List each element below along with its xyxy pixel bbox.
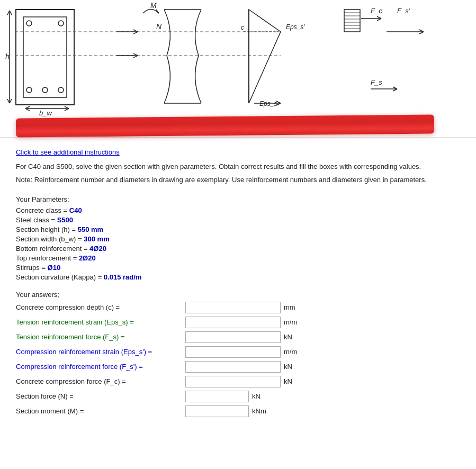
answer-row-eps-s-prime: Compression reinforcement strain (Eps_s'… xyxy=(16,346,460,358)
content-area: Click to see additional instructions For… xyxy=(0,138,476,436)
param-concrete-class: Concrete class = C40 xyxy=(16,206,460,214)
answer-row-m: Section moment (M) = kNm xyxy=(16,405,460,417)
answer-input-eps-s[interactable] xyxy=(185,317,281,328)
answer-unit-fs-prime: kN xyxy=(284,363,292,371)
param-steel-class-value: S500 xyxy=(57,216,73,224)
param-height-value: 550 mm xyxy=(78,226,103,233)
M-label: M xyxy=(150,1,157,10)
parameters-title: Your Parameters; xyxy=(16,195,460,203)
param-width-value: 300 mm xyxy=(84,235,109,243)
param-concrete-class-label: Concrete class = xyxy=(16,206,69,214)
param-height-label: Section height (h) = xyxy=(16,226,78,233)
page-wrapper: h b_w M xyxy=(0,0,476,469)
svg-point-15 xyxy=(58,87,64,93)
F-c-label: F_c xyxy=(371,7,382,15)
answer-label-eps-s: Tension reinforcement strain (Eps_s) = xyxy=(16,318,185,326)
param-section-width: Section width (b_w) = 300 mm xyxy=(16,235,460,243)
answer-unit-c: mm xyxy=(284,303,295,311)
param-top-value: 2Ø20 xyxy=(79,254,96,262)
answers-section: Your answers; Concrete compression depth… xyxy=(16,291,460,417)
answer-row-c: Concrete compression depth (c) = mm xyxy=(16,302,460,313)
answer-input-c[interactable] xyxy=(185,302,281,313)
F-s-label: F_s xyxy=(371,78,382,86)
param-kappa: Section curvature (Kappa) = 0.015 rad/m xyxy=(16,273,460,281)
answer-unit-m: kNm xyxy=(252,407,266,415)
svg-rect-12 xyxy=(23,17,67,97)
answer-unit-eps-s: m/m xyxy=(284,318,297,326)
F-s-prime-label: F_s' xyxy=(397,7,410,15)
answer-label-fc: Concrete compression force (F_c) = xyxy=(16,377,185,385)
answer-label-eps-s-prime: Compression reinforcement strain (Eps_s'… xyxy=(16,348,185,356)
answer-unit-n: kN xyxy=(252,392,261,400)
param-bottom-reinf: Bottom reinforcement = 4Ø20 xyxy=(16,245,460,252)
answer-input-eps-s-prime[interactable] xyxy=(185,346,281,358)
answer-row-n: Section force (N) = kN xyxy=(16,391,460,402)
instructions-link[interactable]: Click to see additional instructions xyxy=(16,148,460,156)
N-label: N xyxy=(156,22,162,31)
param-kappa-value: 0.015 rad/m xyxy=(104,273,142,281)
answer-row-eps-s: Tension reinforcement strain (Eps_s) = m… xyxy=(16,317,460,328)
answer-input-fc[interactable] xyxy=(185,376,281,387)
answer-unit-fc: kN xyxy=(284,377,292,385)
instruction-line-1: For C40 and S500, solve the given sectio… xyxy=(16,161,460,173)
answer-label-fs: Tension reinforcement force (F_s) = xyxy=(16,333,185,341)
svg-marker-30 xyxy=(249,10,281,103)
svg-text:h: h xyxy=(5,52,10,61)
param-concrete-class-value: C40 xyxy=(69,206,82,214)
parameters-section: Your Parameters; Concrete class = C40 St… xyxy=(16,195,460,281)
answer-unit-fs: kN xyxy=(284,333,292,341)
param-width-label: Section width (b_w) = xyxy=(16,235,84,243)
answer-label-c: Concrete compression depth (c) = xyxy=(16,303,185,311)
red-scribble xyxy=(16,115,434,138)
answer-label-n: Section force (N) = xyxy=(16,392,185,400)
diagram-svg: h b_w M xyxy=(0,0,476,116)
param-kappa-label: Section curvature (Kappa) = xyxy=(16,273,104,281)
param-bottom-label: Bottom reinforcement = xyxy=(16,245,89,252)
answer-input-m[interactable] xyxy=(185,405,249,417)
param-steel-class-label: Steel class = xyxy=(16,216,57,224)
diagram-area: h b_w M xyxy=(0,0,476,138)
svg-point-17 xyxy=(58,21,64,26)
param-bottom-value: 4Ø20 xyxy=(89,245,106,252)
svg-point-13 xyxy=(26,87,32,93)
answer-row-fc: Concrete compression force (F_c) = kN xyxy=(16,376,460,387)
c-label: c xyxy=(241,24,244,31)
svg-rect-11 xyxy=(16,10,74,105)
svg-point-16 xyxy=(26,21,32,26)
answers-title: Your answers; xyxy=(16,291,460,299)
answer-label-m: Section moment (M) = xyxy=(16,407,185,415)
instructions-text: For C40 and S500, solve the given sectio… xyxy=(16,161,460,186)
param-stirrups-label: Stirrups = xyxy=(16,264,48,272)
svg-point-14 xyxy=(42,87,48,93)
answer-input-n[interactable] xyxy=(185,391,249,402)
eps-s-prime-label: Eps_s' xyxy=(286,23,305,31)
answer-row-fs-prime: Compression reinforcement force (F_s') =… xyxy=(16,361,460,373)
param-stirrups-value: Ø10 xyxy=(48,264,61,272)
eps-s-label: Eps_s xyxy=(259,100,277,107)
param-top-label: Top reinforcement = xyxy=(16,254,79,262)
b-w-label: b_w xyxy=(39,109,52,116)
answer-unit-eps-s-prime: m/m xyxy=(284,348,297,356)
param-steel-class: Steel class = S500 xyxy=(16,216,460,224)
param-stirrups: Stirrups = Ø10 xyxy=(16,264,460,272)
param-top-reinf: Top reinforcement = 2Ø20 xyxy=(16,254,460,262)
answer-input-fs[interactable] xyxy=(185,331,281,343)
instruction-line-2: Note: Reinforcement number and diameters… xyxy=(16,175,460,186)
answer-row-fs: Tension reinforcement force (F_s) = kN xyxy=(16,331,460,343)
answer-label-fs-prime: Compression reinforcement force (F_s') = xyxy=(16,363,185,371)
param-section-height: Section height (h) = 550 mm xyxy=(16,226,460,233)
answer-input-fs-prime[interactable] xyxy=(185,361,281,373)
